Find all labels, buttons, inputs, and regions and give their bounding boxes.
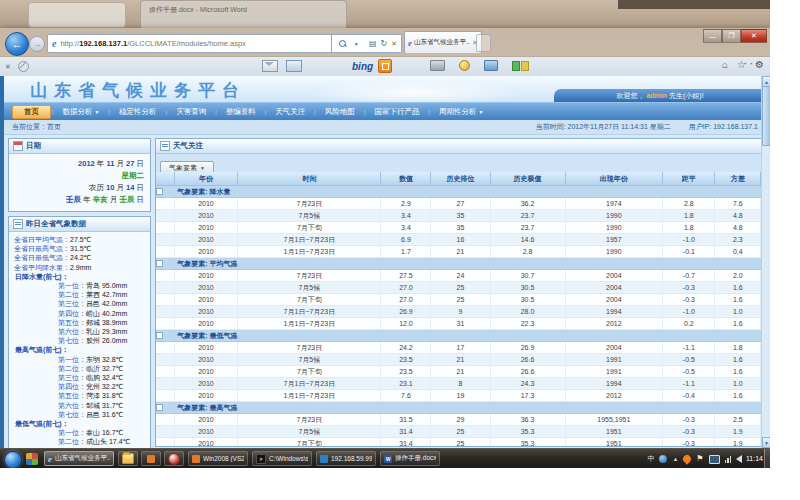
favorites-star-icon[interactable]: ☆: [737, 59, 746, 70]
satellite-icon[interactable]: [484, 60, 498, 71]
group-row[interactable]: 气象要素: 最低气温: [156, 330, 761, 342]
nav-separator: |: [265, 109, 267, 115]
taskbar-clock[interactable]: 11:14: [746, 455, 763, 462]
nav-item-6[interactable]: 天气关注: [267, 106, 313, 118]
address-bar[interactable]: e http://192.168.137.1/GLCCLIMATE/module…: [47, 34, 341, 53]
taskbar-app-orange[interactable]: [141, 451, 161, 466]
browser-back-button[interactable]: ←: [5, 32, 29, 56]
nav-item-9[interactable]: 周期性分析▼: [431, 106, 491, 118]
scrollbar-thumb[interactable]: [762, 86, 770, 146]
maximize-button[interactable]: ❐: [722, 29, 741, 43]
nav-item-2[interactable]: 数据分析▼: [55, 106, 108, 118]
row-indent-cell: [156, 390, 174, 402]
globe-tray-icon[interactable]: [659, 455, 667, 463]
table-cell: 2.0: [715, 270, 761, 282]
quick-launch-icon[interactable]: [26, 453, 38, 465]
table-row[interactable]: 20107月1日~7月23日6.91614.61957-1.02.3: [156, 234, 761, 246]
table-row[interactable]: 20107月5候23.52126.61991-0.51.6: [156, 354, 761, 366]
table-row[interactable]: 20107月下旬27.02530.52004-0.31.6: [156, 294, 761, 306]
nav-item-3[interactable]: 稳定性分析: [111, 106, 165, 118]
table-row[interactable]: 20107月23日27.52430.72004-0.72.0: [156, 270, 761, 282]
table-row[interactable]: 20107月1日~7月23日23.1824.31994-1.11.0: [156, 378, 761, 390]
table-cell: 24: [431, 270, 490, 282]
volume-icon[interactable]: [736, 455, 742, 463]
nav-item-label: 天气关注: [275, 107, 305, 117]
table-row[interactable]: 20107月1日~7月23日26.9928.01994-1.01.0: [156, 306, 761, 318]
browser-forward-button[interactable]: →: [29, 36, 45, 52]
group-row[interactable]: 气象要素: 最高气温: [156, 402, 761, 414]
address-search-button[interactable]: ▼: [331, 34, 367, 53]
weather-stat-line: 全省日平均气温：27.5℃: [14, 235, 150, 244]
table-row[interactable]: 20107月5候3.43523.719901.84.8: [156, 210, 761, 222]
network-signal-icon[interactable]: [725, 455, 732, 463]
table-row[interactable]: 20101月1日~7月23日12.03122.320120.21.6: [156, 318, 761, 330]
mail-icon[interactable]: [262, 60, 278, 72]
stop-icon[interactable]: ✕: [391, 40, 397, 48]
nav-item-4[interactable]: 灾害查询: [168, 106, 214, 118]
browser-tab[interactable]: e 山东省气候业务平... ✕: [404, 31, 482, 53]
settings-gear-icon[interactable]: ⚙: [755, 59, 764, 70]
table-row[interactable]: 20107月下旬23.52126.61991-0.51.6: [156, 366, 761, 378]
taskbar-window-2[interactable]: >C:\Windows\s...: [252, 451, 312, 466]
nav-item-8[interactable]: 国家下行产品: [366, 106, 427, 118]
ime-indicator[interactable]: 中: [647, 454, 654, 464]
table-cell: 25: [431, 426, 490, 438]
taskbar-window-3[interactable]: 192.168.59.99...: [316, 451, 376, 466]
table-row[interactable]: 20107月5候27.02530.52004-0.31.6: [156, 282, 761, 294]
table-cell: 2010: [174, 234, 238, 246]
puzzle-icon[interactable]: [512, 61, 529, 71]
table-row[interactable]: 20101月1日~7月23日7.61917.32012-0.41.6: [156, 390, 761, 402]
table-cell: 26.9: [381, 306, 431, 318]
nav-item-5[interactable]: 整编资料: [218, 106, 264, 118]
table-row[interactable]: 20107月23日31.52936.31955,1951-0.32.5: [156, 414, 761, 426]
firefox-tray-icon[interactable]: [682, 453, 693, 464]
group-checkbox[interactable]: [156, 404, 163, 411]
nav-item-7[interactable]: 风险地图: [317, 106, 363, 118]
taskbar-explorer[interactable]: [118, 451, 138, 466]
table-cell: 1.9: [715, 438, 761, 447]
table-row[interactable]: 20107月23日24.21726.92004-1.11.8: [156, 342, 761, 354]
taskbar-media-app[interactable]: [164, 451, 184, 466]
refresh-icon[interactable]: ↻: [380, 39, 387, 48]
bing-logo[interactable]: bing: [352, 61, 373, 72]
taskbar-active-ie[interactable]: e 山东省气候业务平...: [44, 451, 114, 466]
coin-icon[interactable]: [459, 60, 470, 71]
table-row[interactable]: 20107月23日2.92736.219742.87.6: [156, 198, 761, 210]
close-button[interactable]: ✕: [741, 29, 767, 43]
weather-stat-label: 全省日平均气温：: [14, 236, 70, 243]
url-prefix: http://: [60, 39, 79, 48]
scroll-down-arrow[interactable]: ▼: [762, 437, 770, 448]
table-cell: 1994: [565, 306, 663, 318]
table-cell: 21: [431, 354, 490, 366]
group-checkbox[interactable]: [156, 332, 163, 339]
table-row[interactable]: 20107月下旬3.43523.719901.84.8: [156, 222, 761, 234]
taskbar-window-1[interactable]: Win2008 (VS2...: [188, 451, 248, 466]
camera-icon[interactable]: [430, 60, 445, 71]
tray-expand-icon[interactable]: ▲: [672, 456, 678, 462]
action-center-flag-icon[interactable]: ⚑: [696, 455, 703, 463]
table-row[interactable]: 20107月下旬31.42535.31951-0.31.9: [156, 438, 761, 447]
close-bar-icon[interactable]: ✕: [5, 63, 11, 71]
display-tray-icon[interactable]: [709, 455, 720, 464]
table-row[interactable]: 20101月1日~7月23日1.7212.81990-0.10.4: [156, 246, 761, 258]
new-tab-button[interactable]: [476, 34, 491, 52]
table-row[interactable]: 20107月5候31.42535.31951-0.31.9: [156, 426, 761, 438]
taskbar-window-4[interactable]: W操作手册.docx ...: [380, 451, 440, 466]
start-button[interactable]: [4, 451, 22, 468]
compatibility-icon[interactable]: ▤: [369, 39, 377, 48]
rank-value: 胶州 26.0mm: [86, 337, 127, 344]
show-desktop-button[interactable]: [764, 449, 770, 468]
group-row[interactable]: 气象要素: 平均气温: [156, 258, 761, 270]
group-row[interactable]: 气象要素: 降水量: [156, 186, 761, 198]
nav-item-1[interactable]: 首页: [12, 105, 51, 119]
group-checkbox[interactable]: [156, 260, 163, 267]
blocked-icon[interactable]: [18, 61, 29, 72]
site-banner: 山东省气候业务平台 欢迎您， admin 先生(小姐)!: [4, 76, 766, 102]
card-icon[interactable]: [286, 60, 302, 72]
messenger-icon[interactable]: [378, 59, 392, 73]
rank-value: 崂山 40.2mm: [86, 310, 127, 317]
group-checkbox[interactable]: [156, 188, 163, 195]
column-header: 数值: [381, 172, 431, 186]
home-icon[interactable]: ⌂: [722, 59, 728, 70]
minimize-button[interactable]: —: [703, 29, 722, 43]
